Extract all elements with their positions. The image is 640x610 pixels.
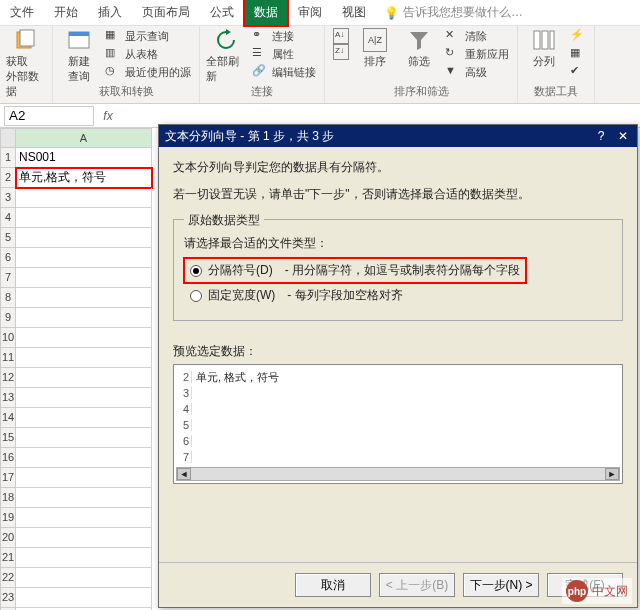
preview-row-3: 3 xyxy=(178,385,618,401)
row-header-16[interactable]: 16 xyxy=(0,448,16,468)
watermark-text: 中文网 xyxy=(592,583,628,600)
row-header-15[interactable]: 15 xyxy=(0,428,16,448)
cell-a7[interactable] xyxy=(16,268,152,288)
cell-a8[interactable] xyxy=(16,288,152,308)
reapply-button[interactable]: ↻重新应用 xyxy=(443,46,511,62)
option-delimited[interactable]: 分隔符号(D) - 用分隔字符，如逗号或制表符分隔每个字段 xyxy=(184,258,526,283)
clear-icon: ✕ xyxy=(445,28,461,44)
tool-icon-1[interactable]: ⚡ xyxy=(568,28,588,44)
tab-data[interactable]: 数据 xyxy=(244,0,288,26)
cell-a4[interactable] xyxy=(16,208,152,228)
tell-me-search[interactable]: 💡 告诉我您想要做什么… xyxy=(384,4,523,21)
row-header-18[interactable]: 18 xyxy=(0,488,16,508)
new-query-button[interactable]: 新建 查询 xyxy=(59,28,99,84)
tab-file[interactable]: 文件 xyxy=(0,0,44,26)
cell-a12[interactable] xyxy=(16,368,152,388)
row-header-5[interactable]: 5 xyxy=(0,228,16,248)
back-button[interactable]: < 上一步(B) xyxy=(379,573,455,597)
row-header-13[interactable]: 13 xyxy=(0,388,16,408)
row-header-10[interactable]: 10 xyxy=(0,328,16,348)
tool-icon-2[interactable]: ▦ xyxy=(568,46,588,62)
group-get-transform: 新建 查询 ▦显示查询 ▥从表格 ◷最近使用的源 获取和转换 xyxy=(53,26,200,103)
tab-insert[interactable]: 插入 xyxy=(88,0,132,26)
tab-home[interactable]: 开始 xyxy=(44,0,88,26)
cell-a11[interactable] xyxy=(16,348,152,368)
row-header-3[interactable]: 3 xyxy=(0,188,16,208)
cell-a9[interactable] xyxy=(16,308,152,328)
cell-a17[interactable] xyxy=(16,468,152,488)
option-fixed-width[interactable]: 固定宽度(W) - 每列字段加空格对齐 xyxy=(184,283,612,308)
next-button[interactable]: 下一步(N) > xyxy=(463,573,539,597)
group-connections: 全部刷新 ⚭连接 ☰属性 🔗编辑链接 连接 xyxy=(200,26,325,103)
clear-filter-button[interactable]: ✕清除 xyxy=(443,28,511,44)
row-header-20[interactable]: 20 xyxy=(0,528,16,548)
cell-a1[interactable]: NS001 xyxy=(16,148,152,168)
row-header-22[interactable]: 22 xyxy=(0,568,16,588)
advanced-filter-button[interactable]: ▼高级 xyxy=(443,64,511,80)
row-header-17[interactable]: 17 xyxy=(0,468,16,488)
dialog-close-button[interactable]: ✕ xyxy=(615,129,631,143)
tab-view[interactable]: 视图 xyxy=(332,0,376,26)
cell-a19[interactable] xyxy=(16,508,152,528)
row-header-8[interactable]: 8 xyxy=(0,288,16,308)
select-all-corner[interactable] xyxy=(0,128,16,148)
scroll-left-icon[interactable]: ◄ xyxy=(177,468,191,480)
cell-a23[interactable] xyxy=(16,588,152,608)
recent-sources-button[interactable]: ◷最近使用的源 xyxy=(103,64,193,80)
cell-a18[interactable] xyxy=(16,488,152,508)
row-header-19[interactable]: 19 xyxy=(0,508,16,528)
remove-dup-icon: ▦ xyxy=(570,46,586,62)
sort-asc-button[interactable]: A↓ xyxy=(331,28,351,44)
row-header-4[interactable]: 4 xyxy=(0,208,16,228)
cell-a15[interactable] xyxy=(16,428,152,448)
connections-button[interactable]: ⚭连接 xyxy=(250,28,318,44)
cell-a2[interactable]: 单元,格式，符号 xyxy=(16,168,152,188)
cell-a3[interactable] xyxy=(16,188,152,208)
row-header-9[interactable]: 9 xyxy=(0,308,16,328)
row-header-7[interactable]: 7 xyxy=(0,268,16,288)
properties-button[interactable]: ☰属性 xyxy=(250,46,318,62)
row-header-2[interactable]: 2 xyxy=(0,168,16,188)
row-header-14[interactable]: 14 xyxy=(0,408,16,428)
row-header-11[interactable]: 11 xyxy=(0,348,16,368)
row-header-21[interactable]: 21 xyxy=(0,548,16,568)
cell-a22[interactable] xyxy=(16,568,152,588)
radio-delimited[interactable] xyxy=(190,265,202,277)
cancel-button[interactable]: 取消 xyxy=(295,573,371,597)
edit-links-button[interactable]: 🔗编辑链接 xyxy=(250,64,318,80)
row-header-12[interactable]: 12 xyxy=(0,368,16,388)
cell-a13[interactable] xyxy=(16,388,152,408)
scroll-right-icon[interactable]: ► xyxy=(605,468,619,480)
cell-a14[interactable] xyxy=(16,408,152,428)
tool-icon-3[interactable]: ✔ xyxy=(568,64,588,80)
name-box[interactable] xyxy=(4,106,94,126)
from-table-button[interactable]: ▥从表格 xyxy=(103,46,193,62)
filter-button[interactable]: 筛选 xyxy=(399,28,439,69)
text-to-columns-button[interactable]: 分列 xyxy=(524,28,564,69)
sort-button[interactable]: A|Z 排序 xyxy=(355,28,395,69)
cell-a6[interactable] xyxy=(16,248,152,268)
preview-scrollbar[interactable]: ◄ ► xyxy=(176,467,620,481)
group-data-tools: 分列 ⚡ ▦ ✔ 数据工具 xyxy=(518,26,595,103)
tab-formulas[interactable]: 公式 xyxy=(200,0,244,26)
formula-input[interactable] xyxy=(118,106,640,126)
fx-button[interactable]: fx xyxy=(98,109,118,123)
dialog-help-button[interactable]: ? xyxy=(593,129,609,143)
cell-a20[interactable] xyxy=(16,528,152,548)
row-header-1[interactable]: 1 xyxy=(0,148,16,168)
cell-a10[interactable] xyxy=(16,328,152,348)
get-external-data-button[interactable]: 获取 外部数据 xyxy=(6,28,46,99)
refresh-all-button[interactable]: 全部刷新 xyxy=(206,28,246,84)
cell-a21[interactable] xyxy=(16,548,152,568)
sort-desc-button[interactable]: Z↓ xyxy=(331,44,351,60)
tab-layout[interactable]: 页面布局 xyxy=(132,0,200,26)
show-queries-button[interactable]: ▦显示查询 xyxy=(103,28,193,44)
dialog-titlebar[interactable]: 文本分列向导 - 第 1 步，共 3 步 ? ✕ xyxy=(159,125,637,147)
radio-fixed-width[interactable] xyxy=(190,290,202,302)
cell-a16[interactable] xyxy=(16,448,152,468)
row-header-6[interactable]: 6 xyxy=(0,248,16,268)
col-header-a[interactable]: A xyxy=(16,128,152,148)
tab-review[interactable]: 审阅 xyxy=(288,0,332,26)
row-header-23[interactable]: 23 xyxy=(0,588,16,608)
cell-a5[interactable] xyxy=(16,228,152,248)
